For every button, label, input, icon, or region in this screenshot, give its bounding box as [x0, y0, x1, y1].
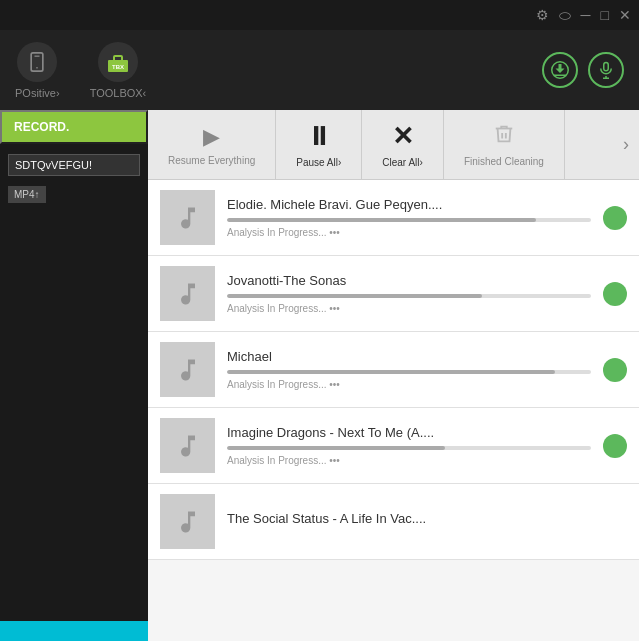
delete-button[interactable]: Finished Cleaning — [444, 110, 565, 179]
nav-item-toolbox[interactable]: TBX TOOLBOX‹ — [90, 42, 147, 99]
song-status-3: Analysis In Progress... ••• — [227, 379, 591, 390]
song-progress-bar-3 — [227, 370, 591, 374]
svg-rect-4 — [114, 56, 122, 61]
toggle-icon[interactable]: ⬭ — [559, 7, 571, 24]
title-bar: ⚙ ⬭ ─ □ ✕ — [0, 0, 639, 30]
sidebar-format-tag: MP4↑ — [8, 186, 46, 203]
song-item-3: Michael Analysis In Progress... ••• — [148, 332, 639, 408]
svg-point-2 — [36, 67, 38, 69]
close-icon[interactable]: ✕ — [619, 7, 631, 23]
chevron-icon[interactable]: › — [613, 110, 639, 179]
song-stop-button-3[interactable] — [603, 358, 627, 382]
nav-item-phone[interactable]: POsitive› — [15, 42, 60, 99]
song-progress-bar-4 — [227, 446, 591, 450]
settings-icon[interactable]: ⚙ — [536, 7, 549, 23]
resume-label: Resume Everything — [168, 155, 255, 166]
svg-rect-8 — [604, 63, 609, 71]
song-thumb-1 — [160, 190, 215, 245]
nav-label-toolbox: TOOLBOX‹ — [90, 87, 147, 99]
song-stop-button-2[interactable] — [603, 282, 627, 306]
song-item-2: Jovanotti-The Sonas Analysis In Progress… — [148, 256, 639, 332]
svg-text:TBX: TBX — [112, 64, 124, 70]
trash-icon — [493, 123, 515, 151]
header-actions — [542, 52, 624, 88]
song-title-1: Elodie. Michele Bravi. Gue Peqyen.... — [227, 197, 591, 212]
song-status-2: Analysis In Progress... ••• — [227, 303, 591, 314]
song-title-3: Michael — [227, 349, 591, 364]
clear-icon: ✕ — [392, 121, 414, 152]
song-status-1: Analysis In Progress... ••• — [227, 227, 591, 238]
song-thumb-4 — [160, 418, 215, 473]
pause-icon: ⏸ — [306, 121, 332, 152]
song-progress-bar-1 — [227, 218, 591, 222]
svg-rect-6 — [554, 75, 566, 77]
song-item-4: Imagine Dragons - Next To Me (A.... Anal… — [148, 408, 639, 484]
main-layout: RECORD. MP4↑ ▶ Resume Everything ⏸ Pause… — [0, 110, 639, 641]
toolbar: ▶ Resume Everything ⏸ Pause All› ✕ Clear… — [148, 110, 639, 180]
clear-label: Clear All› — [382, 157, 423, 168]
song-status-4: Analysis In Progress... ••• — [227, 455, 591, 466]
phone-icon — [17, 42, 57, 82]
toolbar-spacer — [565, 110, 613, 179]
song-info-3: Michael Analysis In Progress... ••• — [227, 349, 591, 390]
resume-button[interactable]: ▶ Resume Everything — [148, 110, 276, 179]
pause-label: Pause All› — [296, 157, 341, 168]
song-thumb-2 — [160, 266, 215, 321]
song-item-1: Elodie. Michele Bravi. Gue Peqyen.... An… — [148, 180, 639, 256]
song-title-5: The Social Status - A Life In Vac.... — [227, 511, 627, 526]
song-stop-button-1[interactable] — [603, 206, 627, 230]
sidebar-search-input[interactable] — [8, 154, 140, 176]
play-icon: ▶ — [203, 124, 220, 150]
song-title-2: Jovanotti-The Sonas — [227, 273, 591, 288]
toolbox-icon: TBX — [98, 42, 138, 82]
song-info-1: Elodie. Michele Bravi. Gue Peqyen.... An… — [227, 197, 591, 238]
app-header: POsitive› TBX TOOLBOX‹ — [0, 30, 639, 110]
song-thumb-5 — [160, 494, 215, 549]
song-title-4: Imagine Dragons - Next To Me (A.... — [227, 425, 591, 440]
sidebar-input-area: MP4↑ — [0, 144, 148, 218]
song-info-4: Imagine Dragons - Next To Me (A.... Anal… — [227, 425, 591, 466]
content-area: ▶ Resume Everything ⏸ Pause All› ✕ Clear… — [148, 110, 639, 641]
song-stop-button-4[interactable] — [603, 434, 627, 458]
download-button[interactable] — [542, 52, 578, 88]
minimize-icon[interactable]: ─ — [581, 7, 591, 23]
sidebar-bottom-bar — [0, 621, 148, 641]
microphone-button[interactable] — [588, 52, 624, 88]
clear-button[interactable]: ✕ Clear All› — [362, 110, 444, 179]
song-thumb-3 — [160, 342, 215, 397]
sidebar: RECORD. MP4↑ — [0, 110, 148, 641]
maximize-icon[interactable]: □ — [601, 7, 609, 23]
song-info-2: Jovanotti-The Sonas Analysis In Progress… — [227, 273, 591, 314]
record-button[interactable]: RECORD. — [0, 110, 148, 144]
delete-label: Finished Cleaning — [464, 156, 544, 167]
song-info-5: The Social Status - A Life In Vac.... — [227, 511, 627, 532]
song-item-5: The Social Status - A Life In Vac.... — [148, 484, 639, 560]
song-progress-bar-2 — [227, 294, 591, 298]
pause-button[interactable]: ⏸ Pause All› — [276, 110, 362, 179]
nav-label-phone: POsitive› — [15, 87, 60, 99]
song-list: Elodie. Michele Bravi. Gue Peqyen.... An… — [148, 180, 639, 641]
